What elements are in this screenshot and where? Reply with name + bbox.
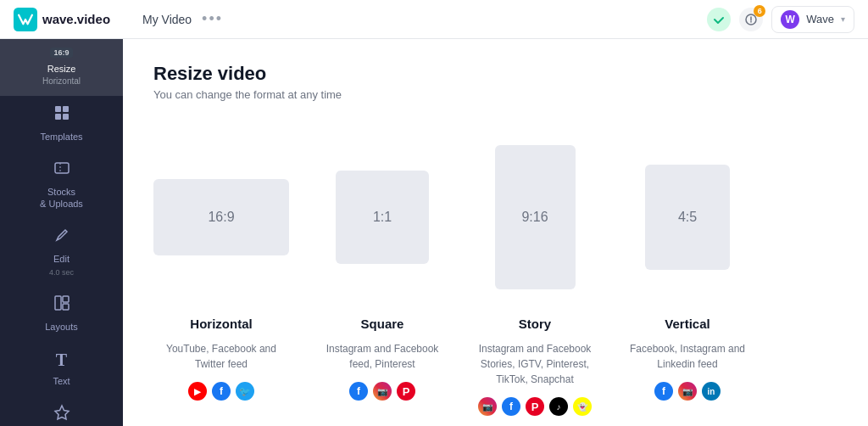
format-box-wrap-square: 1:1: [336, 128, 429, 306]
overlays-icon: [53, 404, 70, 425]
resize-badge: 16:9: [50, 48, 72, 58]
topbar-right: 6 W Wave ▾: [707, 6, 854, 33]
svg-rect-4: [55, 114, 61, 120]
format-item-vertical[interactable]: 4:5 Vertical Facebook, Instagram and Lin…: [628, 128, 747, 401]
format-name-vertical: Vertical: [665, 317, 709, 331]
format-preview-square: 1:1: [336, 171, 429, 264]
format-ratio-horizontal: 16:9: [208, 210, 234, 225]
more-options-button[interactable]: •••: [202, 10, 223, 28]
format-preview-story: 9:16: [495, 145, 576, 289]
pinterest-icon-s: P: [397, 382, 415, 401]
tiktok-icon: ♪: [549, 397, 568, 416]
content-area: Resize video You can change the format a…: [123, 39, 868, 426]
social-icons-story: 📷 f P ♪ 👻: [478, 397, 592, 416]
notifications-badge: 6: [754, 5, 765, 17]
topbar: wave.video My Video ••• 6 W Wave ▾: [0, 0, 868, 39]
video-title: My Video: [142, 13, 192, 26]
format-box-wrap-story: 9:16: [495, 128, 576, 306]
social-icons-vertical: f 📷 in: [654, 382, 721, 401]
linkedin-icon: in: [702, 382, 721, 401]
chevron-down-icon: ▾: [841, 14, 845, 24]
format-name-story: Story: [519, 317, 551, 331]
edit-icon: [53, 227, 70, 248]
notifications-button[interactable]: 6: [739, 8, 763, 31]
svg-rect-5: [63, 114, 69, 120]
stocks-icon: [53, 160, 70, 181]
format-item-story[interactable]: 9:16 Story Instagram and Facebook Storie…: [476, 128, 594, 416]
facebook-icon-v: f: [654, 382, 673, 401]
user-menu-button[interactable]: W Wave ▾: [771, 6, 854, 33]
format-box-wrap-horizontal: 16:9: [153, 128, 289, 306]
sidebar-item-text[interactable]: T Text: [0, 342, 123, 395]
svg-rect-8: [63, 296, 69, 302]
sidebar-item-layouts[interactable]: Layouts: [0, 286, 123, 341]
social-icons-square: f 📷 P: [349, 382, 415, 401]
sidebar-label-templates: Templates: [40, 131, 82, 143]
snapchat-icon: 👻: [573, 397, 592, 416]
page-subtitle: You can change the format at any time: [153, 88, 837, 101]
sidebar-label-stocks: Stocks& Uploads: [40, 186, 83, 210]
sidebar: 16:9 ResizeHorizontal Templates: [0, 39, 123, 426]
text-icon: T: [56, 350, 67, 370]
format-grid: 16:9 Horizontal YouTube, Facebook and Tw…: [153, 128, 837, 416]
format-preview-vertical: 4:5: [645, 165, 730, 270]
pinterest-icon-st: P: [526, 397, 544, 416]
facebook-icon-s: f: [349, 382, 368, 401]
logo-text: wave.video: [42, 12, 110, 26]
format-box-wrap-vertical: 4:5: [645, 128, 730, 306]
sidebar-item-overlays[interactable]: Overlays& Stickers: [0, 395, 123, 426]
format-ratio-vertical: 4:5: [678, 210, 697, 225]
page-title: Resize video: [153, 63, 837, 85]
instagram-icon-v: 📷: [678, 382, 697, 401]
svg-rect-7: [55, 296, 61, 310]
format-desc-story: Instagram and Facebook Stories, IGTV, Pi…: [476, 341, 594, 387]
format-name-square: Square: [361, 317, 404, 331]
format-item-square[interactable]: 1:1 Square Instagram and Facebook feed, …: [323, 128, 442, 401]
sidebar-label-layouts: Layouts: [45, 321, 78, 333]
layouts-icon: [53, 294, 70, 316]
instagram-icon-st: 📷: [478, 397, 497, 416]
user-name-label: Wave: [806, 13, 834, 25]
format-preview-horizontal: 16:9: [153, 179, 289, 255]
format-item-horizontal[interactable]: 16:9 Horizontal YouTube, Facebook and Tw…: [153, 128, 289, 401]
instagram-icon-s: 📷: [373, 382, 392, 401]
svg-rect-9: [63, 304, 69, 310]
social-icons-horizontal: ▶ f 🐦: [188, 382, 254, 401]
format-desc-square: Instagram and Facebook feed, Pinterest: [323, 341, 442, 372]
format-name-horizontal: Horizontal: [190, 317, 252, 331]
sidebar-item-resize[interactable]: 16:9 ResizeHorizontal: [0, 39, 123, 96]
svg-rect-3: [63, 106, 69, 112]
format-ratio-story: 9:16: [521, 210, 548, 225]
sidebar-label-text: Text: [53, 375, 70, 387]
twitter-icon: 🐦: [236, 382, 254, 401]
user-avatar: W: [781, 10, 799, 29]
youtube-icon: ▶: [188, 382, 207, 401]
save-status-indicator: [707, 8, 731, 31]
svg-rect-2: [55, 106, 61, 112]
logo: wave.video: [14, 8, 132, 31]
sidebar-item-stocks[interactable]: Stocks& Uploads: [0, 151, 123, 219]
sidebar-item-edit[interactable]: Edit4.0 sec: [0, 218, 123, 286]
sidebar-item-templates[interactable]: Templates: [0, 96, 123, 151]
facebook-icon-h: f: [212, 382, 231, 401]
format-desc-horizontal: YouTube, Facebook and Twitter feed: [162, 341, 281, 372]
format-ratio-square: 1:1: [373, 210, 392, 225]
templates-icon: [53, 104, 70, 126]
format-desc-vertical: Facebook, Instagram and Linkedin feed: [628, 341, 747, 372]
svg-rect-6: [55, 163, 69, 173]
sidebar-label-resize: ResizeHorizontal: [42, 63, 81, 87]
main-layout: 16:9 ResizeHorizontal Templates: [0, 39, 868, 426]
facebook-icon-st: f: [502, 397, 520, 416]
sidebar-label-edit: Edit4.0 sec: [49, 253, 74, 277]
